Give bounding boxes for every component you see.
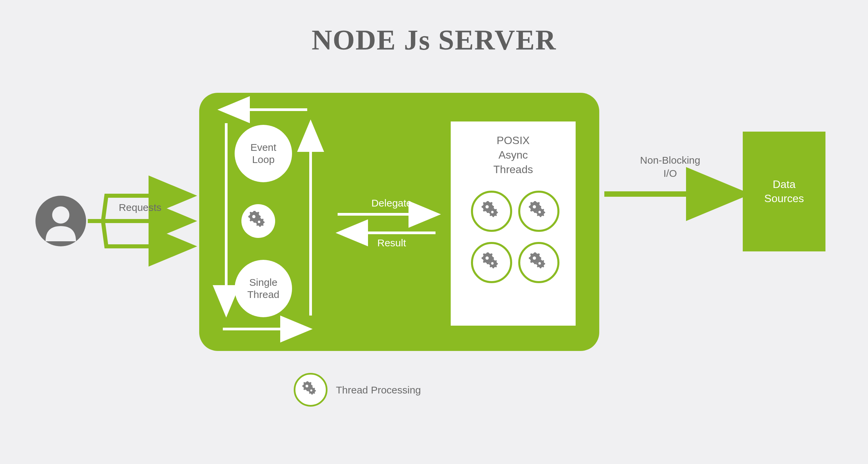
result-label: Result [358, 236, 425, 249]
gear-icon [481, 201, 502, 221]
nonblocking-arrow [604, 187, 739, 201]
gear-icon [248, 211, 268, 231]
svg-point-11 [485, 205, 489, 209]
svg-point-14 [538, 211, 541, 213]
event-loop-processing-circle [241, 204, 275, 238]
gear-icon [529, 252, 549, 273]
thread-circle [518, 242, 559, 283]
svg-point-17 [533, 256, 536, 260]
svg-point-18 [538, 262, 541, 264]
event-loop-label: Event Loop [251, 141, 277, 166]
requests-label: Requests [106, 201, 174, 214]
data-sources-label: Data Sources [764, 178, 804, 206]
thread-circle [518, 191, 559, 232]
nonblocking-label: Non-Blocking I/O [621, 154, 719, 180]
user-icon [35, 196, 86, 246]
thread-circle [471, 242, 512, 283]
legend-label: Thread Processing [336, 383, 421, 397]
gear-icon [302, 381, 319, 398]
svg-point-15 [485, 256, 489, 260]
gear-icon [481, 252, 502, 273]
svg-point-12 [491, 211, 494, 213]
requests-arrows [88, 187, 199, 255]
legend: Thread Processing [294, 373, 421, 407]
svg-point-1 [52, 207, 70, 224]
gear-icon [529, 201, 549, 221]
diagram-title: NODE Js SERVER [0, 24, 868, 56]
svg-point-7 [252, 215, 256, 218]
thread-grid [471, 191, 555, 283]
posix-threads-box: POSIX Async Threads [451, 121, 576, 326]
svg-point-20 [306, 385, 308, 387]
svg-point-21 [310, 389, 312, 391]
single-thread-circle: Single Thread [235, 260, 292, 317]
data-sources-box: Data Sources [743, 132, 825, 251]
svg-point-16 [491, 262, 494, 264]
delegate-label: Delegate [358, 196, 425, 210]
svg-point-8 [258, 221, 260, 223]
thread-circle [471, 191, 512, 232]
svg-point-13 [533, 205, 536, 209]
event-loop-circle: Event Loop [235, 125, 292, 182]
single-thread-label: Single Thread [247, 276, 279, 301]
posix-title: POSIX Async Threads [493, 133, 533, 177]
legend-thread-icon [294, 373, 327, 407]
